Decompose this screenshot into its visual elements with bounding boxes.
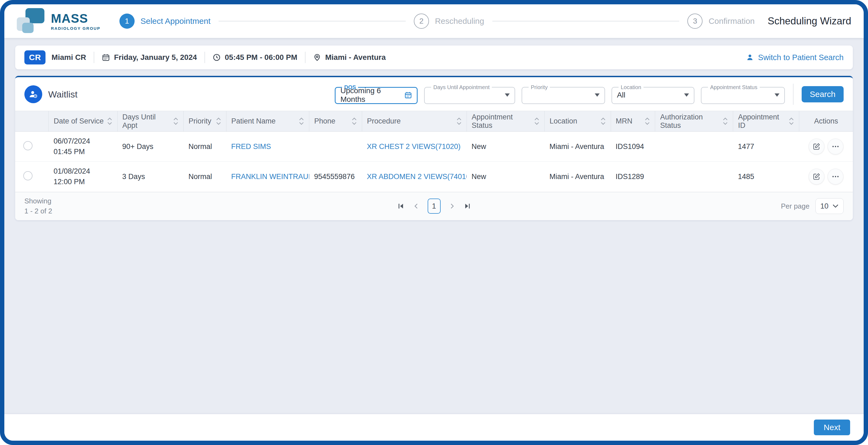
next-button[interactable]: Next [814, 419, 850, 435]
sort-chevrons-icon[interactable] [600, 117, 606, 125]
procedure-link[interactable]: XR ABDOMEN 2 VIEWS(74010) [367, 172, 467, 181]
map-pin-icon [313, 53, 321, 62]
column-days-until-appt[interactable]: Days Until Appt [117, 111, 183, 132]
page-title: Scheduling Wizard [768, 15, 851, 27]
waitlist-panel: Waitlist DOS Upcoming 6 Months [15, 76, 853, 220]
waitlist-table: Date of Service Days Until Appt Priority… [15, 111, 853, 192]
ellipsis-icon [832, 146, 839, 148]
previous-page-button[interactable] [412, 202, 420, 210]
sort-chevrons-icon[interactable] [722, 117, 728, 125]
table-row: 01/08/202412:00 PM 3 Days Normal FRANKLI… [15, 162, 853, 192]
switch-to-patient-search-link[interactable]: Switch to Patient Search [746, 53, 844, 62]
chevron-down-icon [832, 204, 839, 208]
procedure-link[interactable]: XR CHEST 2 VIEWS(71020) [367, 142, 460, 151]
sort-chevrons-icon[interactable] [789, 117, 794, 125]
table-row: 06/07/202401:45 PM 90+ Days Normal FRED … [15, 132, 853, 162]
more-actions-button[interactable] [828, 139, 843, 154]
step-rescheduling[interactable]: 2 Rescheduling [414, 13, 484, 29]
row-select-radio[interactable] [23, 141, 32, 150]
column-patient-name[interactable]: Patient Name [226, 111, 309, 132]
location-filter-label: Location [619, 85, 644, 90]
app-frame: MASS RADIOLOGY GROUP 1 Select Appointmen… [0, 0, 868, 445]
cell-phone: 9545559876 [309, 162, 362, 192]
resource-name: Miami CR [52, 53, 86, 62]
priority-select[interactable]: Priority [522, 85, 605, 104]
location-select[interactable]: Location All [612, 85, 694, 104]
column-mrn[interactable]: MRN [611, 111, 655, 132]
caret-down-icon [595, 93, 599, 97]
brand-name: MASS [51, 12, 100, 25]
next-page-icon [448, 202, 456, 210]
cell-appointment-id: 1485 [733, 162, 799, 192]
brand-logo: MASS RADIOLOGY GROUP [17, 8, 100, 35]
cell-priority: Normal [184, 162, 226, 192]
column-location[interactable]: Location [545, 111, 611, 132]
appointment-status-select[interactable]: Appointment Status [701, 85, 785, 104]
cell-authorization-status [655, 162, 733, 192]
cell-appointment-status: New [467, 132, 545, 162]
per-page-label: Per page [781, 202, 809, 211]
calendar-icon[interactable] [404, 91, 412, 99]
sort-chevrons-icon[interactable] [456, 117, 462, 125]
step-select-appointment[interactable]: 1 Select Appointment [119, 13, 211, 29]
resource-badge: CR [24, 51, 45, 64]
step-3-circle: 3 [687, 13, 703, 29]
current-page-indicator[interactable]: 1 [428, 198, 441, 214]
cell-days-until: 3 Days [117, 162, 183, 192]
pagination-bar: Showing 1 - 2 of 2 1 [15, 192, 853, 220]
next-page-button[interactable] [448, 202, 456, 210]
caret-down-icon [684, 93, 689, 97]
per-page-select[interactable]: 10 [815, 198, 844, 214]
edit-button[interactable] [809, 169, 825, 185]
row-select-radio[interactable] [23, 171, 32, 180]
priority-filter-label: Priority [529, 85, 550, 90]
appointment-status-filter-label: Appointment Status [708, 85, 760, 90]
mass-squares-logo-icon [17, 8, 45, 35]
sort-chevrons-icon[interactable] [107, 117, 113, 125]
column-actions: Actions [799, 111, 853, 132]
sort-chevrons-icon[interactable] [534, 117, 539, 125]
column-procedure[interactable]: Procedure [362, 111, 467, 132]
sort-chevrons-icon[interactable] [299, 117, 304, 125]
caret-down-icon [775, 93, 779, 97]
appointment-date: Friday, January 5, 2024 [102, 53, 197, 62]
sort-chevrons-icon[interactable] [216, 117, 221, 125]
edit-button[interactable] [809, 139, 825, 154]
column-authorization-status[interactable]: Authorization Status [655, 111, 733, 132]
step-confirmation[interactable]: 3 Confirmation [687, 13, 754, 29]
days-until-appointment-select[interactable]: Days Until Appointment [424, 85, 515, 104]
search-button[interactable]: Search [802, 86, 844, 102]
appointment-time: 05:45 PM - 06:00 PM [213, 53, 298, 62]
location-filter-value: All [617, 91, 625, 99]
dos-filter-input[interactable]: DOS Upcoming 6 Months [335, 85, 417, 104]
last-page-button[interactable] [463, 202, 471, 210]
sort-chevrons-icon[interactable] [645, 117, 650, 125]
patient-name-link[interactable]: FRANKLIN WEINTRAUB [231, 172, 309, 181]
step-1-label: Select Appointment [141, 17, 211, 26]
more-actions-button[interactable] [828, 169, 843, 185]
step-3-label: Confirmation [709, 17, 754, 26]
first-page-button[interactable] [397, 202, 405, 210]
content-area: CR Miami CR Friday, January 5, 2024 05:4… [4, 38, 864, 414]
person-icon [746, 53, 754, 62]
column-appointment-id[interactable]: Appointment ID [733, 111, 799, 132]
wizard-footer: Next [4, 414, 864, 441]
column-priority[interactable]: Priority [184, 111, 226, 132]
sort-chevrons-icon[interactable] [173, 117, 179, 125]
showing-summary: Showing 1 - 2 of 2 [24, 196, 52, 216]
column-appointment-status[interactable]: Appointment Status [467, 111, 545, 132]
cell-location: Miami - Aventura [545, 162, 611, 192]
column-select [15, 111, 49, 132]
cell-days-until: 90+ Days [117, 132, 183, 162]
edit-pencil-icon [813, 143, 820, 150]
patient-name-link[interactable]: FRED SIMS [231, 142, 271, 151]
days-until-appointment-label: Days Until Appointment [431, 85, 492, 90]
cell-date-of-service: 01/08/202412:00 PM [49, 162, 118, 192]
cell-mrn: IDS1094 [611, 132, 655, 162]
sort-chevrons-icon[interactable] [351, 117, 357, 125]
column-date-of-service[interactable]: Date of Service [49, 111, 118, 132]
column-phone[interactable]: Phone [309, 111, 362, 132]
brand-tagline: RADIOLOGY GROUP [51, 26, 100, 30]
stepper-line [492, 21, 680, 22]
wizard-stepper: 1 Select Appointment 2 Rescheduling 3 Co… [119, 13, 755, 29]
